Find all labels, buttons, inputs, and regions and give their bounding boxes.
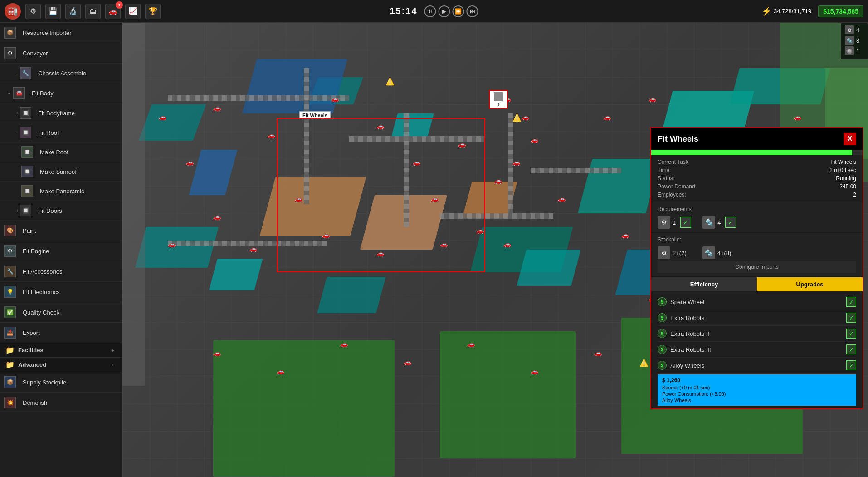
req-check-2: ✓ bbox=[725, 217, 736, 228]
upgrade-row-extra-robots-3: $ Extra Robots III ✓ bbox=[658, 342, 856, 358]
panel-progress-fill bbox=[651, 150, 852, 155]
upgrade-row-spare-wheel: $ Spare Wheel ✓ bbox=[658, 294, 856, 310]
fit-accessories-icon: 🔧 bbox=[5, 265, 18, 278]
make-sunroof-icon: 🔲 bbox=[23, 165, 35, 178]
chassis-assemble-icon: 🔧 bbox=[21, 67, 34, 79]
toolbar-save-icon[interactable]: 💾 bbox=[45, 4, 61, 19]
quality-check-icon: ✅ bbox=[5, 306, 18, 319]
game-time: 15:14 bbox=[390, 6, 417, 16]
req-check-1: ✓ bbox=[680, 217, 691, 228]
sidebar-item-chassis-assemble[interactable]: - 🔧 Chassis Assemble bbox=[0, 64, 122, 83]
toolbar-car-icon[interactable]: 🚗 1 bbox=[105, 4, 121, 19]
sidebar-item-fit-body[interactable]: - 🚘 Fit Body bbox=[0, 83, 122, 103]
toolbar-research-icon[interactable]: 🔬 bbox=[65, 4, 81, 19]
app-logo[interactable]: 🏭 bbox=[5, 3, 21, 20]
play-button[interactable]: ▶ bbox=[439, 5, 450, 17]
fit-accessories-label: Fit Accessories bbox=[23, 268, 117, 275]
sidebar-item-fit-engine[interactable]: ⚙ Fit Engine bbox=[0, 241, 122, 261]
facilities-expand-icon: + bbox=[109, 347, 117, 354]
toolbar: 🏭 ⚙ 💾 🔬 🗂 🚗 1 📈 🏆 15:14 ⏸ ▶ ⏩ ⏭ ⚡ 34,728… bbox=[0, 0, 868, 23]
advanced-label: Advanced bbox=[18, 361, 109, 368]
playback-controls: ⏸ ▶ ⏩ ⏭ bbox=[424, 5, 478, 17]
resource-display: ⚙ 4 🔩 8 🔘 1 bbox=[841, 23, 868, 59]
upgrade-check-1: ✓ bbox=[846, 297, 856, 307]
panel-info: Current Task: Fit Wheels Time: 2 m 03 se… bbox=[651, 155, 863, 202]
sidebar-item-fit-bodyframe[interactable]: + 🔲 Fit Bodyframe bbox=[0, 103, 122, 123]
current-task-value: Fit Wheels bbox=[758, 159, 856, 165]
sidebar-item-export[interactable]: 📤 Export bbox=[0, 323, 122, 343]
power-demand-label: Power Demand bbox=[658, 183, 756, 190]
toolbar-right: ⚡ 34,728/31,719 $15,734,585 bbox=[761, 5, 863, 17]
demolish-icon: 💥 bbox=[5, 396, 18, 409]
fit-engine-label: Fit Engine bbox=[23, 248, 117, 255]
conveyor-icon: ⚙ bbox=[5, 47, 18, 59]
tab-efficiency[interactable]: Efficiency bbox=[651, 277, 757, 291]
configure-imports-button[interactable]: Configure Imports bbox=[658, 261, 856, 273]
time-label: Time: bbox=[658, 167, 756, 173]
employees-value: 2 bbox=[758, 192, 856, 198]
notification-badge: 1 bbox=[116, 1, 123, 9]
upgrade-row-extra-robots-2: $ Extra Robots II ✓ bbox=[658, 326, 856, 342]
resource-count-2: 8 bbox=[856, 37, 859, 44]
req-icon-2: 🔩 bbox=[702, 216, 715, 229]
faster-button[interactable]: ⏭ bbox=[467, 5, 478, 17]
upgrade-dollar-2: $ bbox=[658, 313, 667, 322]
stock-icon-1: ⚙ bbox=[658, 246, 670, 259]
sidebar-item-paint[interactable]: 🎨 Paint bbox=[0, 221, 122, 241]
pause-button[interactable]: ⏸ bbox=[424, 5, 436, 17]
sidebar-item-make-panoramic[interactable]: 🔲 Make Panoramic bbox=[0, 182, 122, 201]
station-indicator-1: 1 bbox=[489, 90, 508, 109]
stock-item-2: 🔩 4+(8) bbox=[702, 246, 731, 259]
export-icon: 📤 bbox=[5, 326, 18, 339]
stockpile-section: Stockpile: ⚙ 2+(2) 🔩 4+(8) Configure Imp… bbox=[651, 233, 863, 276]
req-count-2: 4 bbox=[717, 219, 721, 226]
req-item-1: ⚙ 1 bbox=[658, 216, 676, 229]
toolbar-trophy-icon[interactable]: 🏆 bbox=[145, 4, 161, 19]
selection-box-fit-wheels bbox=[277, 118, 485, 272]
fit-bodyframe-label: Fit Bodyframe bbox=[38, 110, 117, 117]
upgrade-dollar-3: $ bbox=[658, 329, 667, 338]
make-sunroof-label: Make Sunroof bbox=[40, 168, 117, 175]
tab-upgrades[interactable]: Upgrades bbox=[757, 277, 863, 291]
upgrades-list: $ Spare Wheel ✓ $ Extra Robots I ✓ $ Ext… bbox=[651, 291, 863, 408]
sidebar-item-resource-importer[interactable]: 📦 Resource Importer bbox=[0, 23, 122, 43]
resource-row-1: ⚙ 4 bbox=[845, 25, 864, 34]
sidebar-item-quality-check[interactable]: ✅ Quality Check bbox=[0, 302, 122, 323]
quality-check-label: Quality Check bbox=[23, 309, 117, 316]
sidebar-item-fit-roof[interactable]: - 🔲 Fit Roof bbox=[0, 123, 122, 143]
tooltip-speed: Speed: (+0 m 01 sec) bbox=[662, 385, 852, 390]
make-roof-icon: 🔲 bbox=[23, 146, 35, 158]
upgrade-check-5: ✓ bbox=[846, 360, 856, 370]
fast-forward-button[interactable]: ⏩ bbox=[453, 5, 464, 17]
demolish-label: Demolish bbox=[23, 399, 117, 406]
toolbar-stats-icon[interactable]: 📈 bbox=[125, 4, 141, 19]
sidebar-item-fit-electronics[interactable]: 💡 Fit Electronics bbox=[0, 282, 122, 302]
upgrade-tooltip-container: $ 1,260 Speed: (+0 m 01 sec) Power Consu… bbox=[658, 374, 856, 406]
fit-doors-label: Fit Doors bbox=[38, 207, 117, 214]
req-count-1: 1 bbox=[673, 219, 676, 226]
toolbar-layers-icon[interactable]: 🗂 bbox=[85, 4, 101, 19]
panel-close-button[interactable]: X bbox=[844, 133, 856, 145]
sidebar-item-conveyor[interactable]: ⚙ Conveyor bbox=[0, 43, 122, 64]
sidebar-item-facilities[interactable]: 📁 Facilities + bbox=[0, 343, 122, 358]
sidebar-item-make-roof[interactable]: 🔲 Make Roof bbox=[0, 143, 122, 162]
fit-body-icon: 🚘 bbox=[15, 87, 27, 99]
power-bar: ⚡ 34,728/31,719 bbox=[761, 6, 811, 16]
resource-importer-icon: 📦 bbox=[5, 26, 18, 39]
upgrade-row-extra-robots-1: $ Extra Robots I ✓ bbox=[658, 310, 856, 326]
chassis-assemble-label: Chassis Assemble bbox=[38, 70, 117, 77]
sidebar-item-supply-stockpile[interactable]: 📦 Supply Stockpile bbox=[0, 372, 122, 393]
upgrade-row-alloy-wheels: $ Alloy Wheels ✓ bbox=[658, 358, 856, 374]
sidebar-item-fit-doors[interactable]: + 🔲 Fit Doors bbox=[0, 201, 122, 221]
sidebar-item-demolish[interactable]: 💥 Demolish bbox=[0, 393, 122, 413]
toolbar-settings-icon[interactable]: ⚙ bbox=[25, 4, 41, 19]
power-display: 34,728/31,719 bbox=[774, 8, 811, 15]
fit-doors-icon: 🔲 bbox=[21, 204, 34, 217]
export-label: Export bbox=[23, 329, 117, 336]
sidebar-item-advanced[interactable]: 📁 Advanced + bbox=[0, 358, 122, 372]
sidebar-item-fit-accessories[interactable]: 🔧 Fit Accessories bbox=[0, 261, 122, 282]
upgrade-check-3: ✓ bbox=[846, 329, 856, 339]
sidebar-item-make-sunroof[interactable]: 🔲 Make Sunroof bbox=[0, 162, 122, 182]
status-value: Running bbox=[758, 175, 856, 182]
upgrade-name-4: Extra Robots III bbox=[670, 346, 843, 353]
